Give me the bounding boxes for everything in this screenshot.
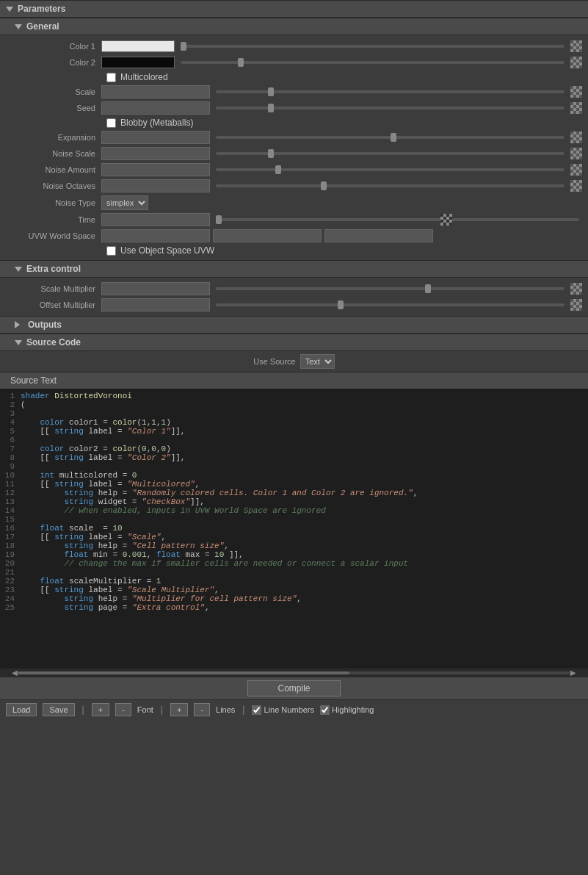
expansion-slider[interactable] [216, 136, 565, 139]
font-minus-button[interactable]: - [115, 703, 131, 716]
general-triangle-icon [15, 24, 22, 29]
extra-control-content: Scale Multiplier 4.8544 Offset Multiplie… [0, 278, 588, 316]
expansion-row: Expansion 0.3753 [0, 129, 588, 145]
line-numbers-checkbox[interactable] [252, 705, 261, 715]
noise-amount-slider-thumb[interactable] [275, 165, 281, 174]
color2-slider-thumb[interactable] [238, 58, 244, 67]
seed-checker[interactable] [570, 102, 582, 114]
scale-slider-thumb[interactable] [268, 87, 274, 96]
outputs-label: Outputs [28, 320, 62, 330]
code-editor[interactable]: 1 shader DistortedVoronoi 2 ( 3 4 color … [0, 389, 588, 668]
code-line-5: 5 [[ string label = "Color 1"]], [3, 427, 585, 436]
blobby-checkbox[interactable] [106, 118, 116, 128]
noise-scale-slider[interactable] [216, 152, 565, 155]
use-object-space-checkbox[interactable] [106, 246, 116, 256]
scale-slider[interactable] [216, 90, 565, 93]
save-button[interactable]: Save [43, 703, 74, 716]
offset-multiplier-checker[interactable] [570, 299, 582, 311]
noise-scale-checker[interactable] [570, 148, 582, 159]
h-scroll-left-btn[interactable]: ◀ [12, 669, 18, 677]
code-line-18: 18 string help = "Cell pattern size", [3, 541, 585, 550]
font-plus-button[interactable]: + [92, 703, 109, 716]
extra-control-section-header[interactable]: Extra control [0, 260, 588, 278]
time-slider-thumb[interactable] [216, 215, 222, 224]
line-numbers-label: Line Numbers [264, 705, 313, 714]
noise-octaves-slider[interactable] [216, 184, 565, 187]
uvw-y-input[interactable]: 0.0 [213, 229, 322, 242]
compile-button[interactable]: Compile [247, 680, 340, 696]
multicolored-checkbox[interactable] [106, 73, 116, 82]
parameters-label: Parameters [18, 4, 65, 14]
noise-octaves-slider-thumb[interactable] [321, 181, 327, 190]
noise-amount-checker[interactable] [570, 164, 582, 176]
highlighting-checkbox[interactable] [320, 705, 330, 715]
time-input[interactable]: 0.0010 [101, 213, 210, 226]
scale-multiplier-input[interactable]: 4.8544 [101, 282, 210, 295]
expansion-input[interactable]: 0.3753 [101, 131, 210, 144]
noise-type-row: Noise Type simplex perlin cell [0, 194, 588, 212]
offset-multiplier-thumb[interactable] [338, 300, 344, 309]
expansion-slider-thumb[interactable] [391, 133, 396, 142]
noise-octaves-checker[interactable] [570, 180, 582, 192]
noise-scale-slider-thumb[interactable] [268, 149, 274, 158]
color1-swatch[interactable] [101, 40, 175, 52]
h-scroll-right-btn[interactable]: ▶ [570, 669, 576, 677]
seed-row: Seed 2873 [0, 100, 588, 116]
color1-slider[interactable] [181, 45, 565, 48]
code-line-3: 3 [3, 409, 585, 418]
time-animation-icon[interactable] [440, 214, 452, 226]
general-section-header[interactable]: General [0, 18, 588, 35]
scale-multiplier-label: Scale Multiplier [6, 284, 101, 293]
lines-minus-button[interactable]: - [194, 703, 210, 716]
source-text-header[interactable]: Source Text [0, 372, 588, 389]
load-button[interactable]: Load [6, 703, 37, 716]
uvw-label: UVW World Space [6, 231, 101, 240]
offset-multiplier-input[interactable]: 3.0631 [101, 298, 210, 312]
scale-multiplier-checker[interactable] [570, 283, 582, 295]
expansion-value: 0.3753 [101, 131, 582, 144]
color2-swatch[interactable] [101, 57, 175, 68]
color2-value [101, 57, 582, 68]
code-line-4: 4 color color1 = color(1,1,1) [3, 418, 585, 427]
seed-input[interactable]: 2873 [101, 101, 210, 115]
noise-amount-value: 0.3596 [101, 163, 582, 176]
use-source-dropdown[interactable]: Text File [300, 354, 335, 369]
noise-amount-input[interactable]: 0.3596 [101, 163, 210, 176]
scale-multiplier-thumb[interactable] [425, 284, 431, 293]
lines-plus-button[interactable]: + [170, 703, 188, 716]
h-scrollbar[interactable]: ◀ ▶ [0, 668, 588, 677]
noise-type-value: simplex perlin cell [101, 195, 582, 210]
main-panel: Parameters General Color 1 Color 2 [0, 0, 588, 719]
outputs-section-header[interactable]: Outputs [0, 316, 588, 334]
color2-slider[interactable] [181, 61, 565, 64]
code-line-20: 20 // change the max if smaller cells ar… [3, 559, 585, 568]
noise-scale-input[interactable]: 0.2472 [101, 147, 210, 160]
scale-checker[interactable] [570, 86, 582, 98]
seed-slider-thumb[interactable] [268, 104, 274, 112]
uvw-z-input[interactable]: 0.0 [324, 229, 433, 242]
time-slider[interactable] [216, 218, 579, 221]
code-line-21: 21 [3, 568, 585, 577]
scale-input[interactable]: 10.0000 [101, 85, 210, 98]
highlighting-label: Highlighting [332, 705, 374, 714]
h-scrollbar-thumb[interactable] [18, 671, 349, 674]
color1-checker[interactable] [570, 40, 582, 52]
noise-octaves-input[interactable]: 6 [101, 179, 210, 192]
multicolored-row: Multicolored [0, 71, 588, 84]
noise-type-dropdown[interactable]: simplex perlin cell [101, 195, 148, 210]
scale-multiplier-slider[interactable] [216, 287, 565, 290]
uvw-x-input[interactable]: 0.0 [101, 229, 210, 242]
offset-multiplier-slider[interactable] [216, 303, 565, 306]
toolbar-divider-1: | [81, 705, 86, 715]
h-scrollbar-track[interactable] [18, 671, 570, 674]
source-code-section-header[interactable]: Source Code [0, 334, 588, 351]
color1-value [101, 40, 582, 52]
color2-checker[interactable] [570, 57, 582, 68]
expansion-checker[interactable] [570, 132, 582, 143]
noise-amount-slider[interactable] [216, 168, 565, 171]
scale-row: Scale 10.0000 [0, 84, 588, 100]
seed-slider[interactable] [216, 107, 565, 109]
parameters-section-header[interactable]: Parameters [0, 0, 588, 18]
noise-amount-label: Noise Amount [6, 165, 101, 174]
color1-slider-thumb[interactable] [181, 42, 186, 51]
